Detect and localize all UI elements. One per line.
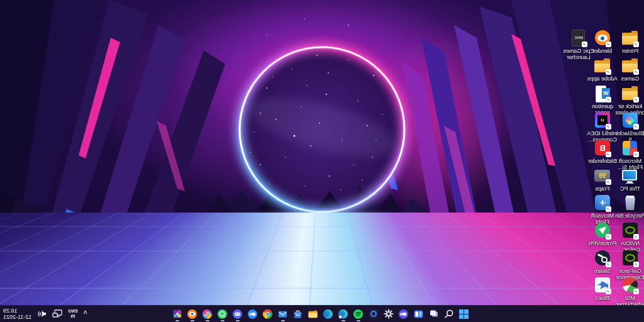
tray-expand-chevron[interactable]: ^ [84, 311, 87, 317]
running-indicator [191, 320, 194, 321]
chat-button[interactable] [398, 306, 409, 321]
desktop-icon-label: ProtonVPN [587, 240, 618, 247]
microsoft-store-button[interactable] [292, 306, 304, 321]
chrome-button[interactable] [262, 306, 274, 321]
start-button[interactable] [458, 306, 470, 321]
desktop-icon-msi-afterburner[interactable]: ↗ MSI Afterburner [616, 276, 644, 308]
desktop-surface[interactable]: ↗ Printer ↗ Games ↗ kartick sir online c… [0, 0, 644, 306]
desktop-icon-printer[interactable]: ↗ Printer [616, 29, 644, 54]
desktop-icon-adobe-apps[interactable]: ↗ Adobe apps [589, 57, 616, 82]
clock-time: 16:29 [3, 308, 18, 314]
spotify-icon [353, 309, 364, 319]
desktop-icon-nvidia-geforce[interactable]: ↗ NVIDIA GeFor... [616, 221, 644, 253]
mail-button[interactable] [277, 306, 289, 321]
blender-icon [187, 309, 198, 319]
desktop-icon-label: BlueJ [587, 295, 618, 301]
blue-ring-app-icon [369, 309, 379, 319]
gear-icon [384, 309, 394, 319]
desktop-icon-flight-simulator[interactable]: ✈ ↗ Microsoft Flight Simu... [589, 194, 616, 225]
task-view-button[interactable] [428, 306, 440, 321]
shortcut-arrow-overlay: ↗ [582, 42, 587, 47]
whatsapp-icon [218, 309, 228, 319]
file-explorer-button[interactable] [308, 306, 319, 321]
desktop-icon-label: Printer [614, 48, 644, 54]
discord-icon [233, 309, 243, 319]
shortcut-arrow-overlay: ↗ [633, 289, 639, 294]
shortcut-arrow-overlay: ↗ [633, 262, 639, 267]
shortcut-arrow-overlay: ↗ [633, 69, 639, 75]
task-view-icon [429, 309, 439, 319]
shortcut-arrow-overlay: ↗ [633, 97, 639, 103]
desktop-icon-label: Fraps [587, 186, 618, 192]
desktop-icon-recycle-bin[interactable]: Recycle Bin [616, 194, 644, 219]
system-tray: ^ ENG IN 16:29 12-11-2021 [3, 306, 87, 322]
desktop-icon-steam[interactable]: ↗ Steam [589, 249, 616, 274]
widgets-button[interactable] [413, 306, 425, 321]
desktop-icon-fraps[interactable]: 99 ↗ Fraps [589, 167, 616, 192]
screen: ↗ Printer ↗ Games ↗ kartick sir online c… [0, 0, 644, 322]
edge-beta-button[interactable] [338, 306, 349, 321]
blender-button[interactable] [187, 306, 198, 321]
shortcut-arrow-overlay: ↗ [606, 179, 611, 185]
recycle-bin-icon [625, 196, 636, 210]
desktop-icon-intellij-idea[interactable]: IJ ↗ IntelliJ IDEA Communi... [589, 111, 616, 143]
taskbar-clock[interactable]: 16:29 12-11-2021 [3, 308, 31, 320]
volume-icon[interactable] [37, 309, 47, 318]
edge-browser-icon [323, 309, 334, 319]
running-indicator [341, 320, 345, 321]
shortcut-arrow-overlay: ↗ [606, 234, 611, 240]
desktop-icon-label: Games [614, 75, 644, 82]
desktop-icon-label: Adobe apps [587, 75, 618, 82]
desktop-icon-flight-sim[interactable]: ↗ Microsoft Flight Si... [616, 139, 644, 170]
zoom-camera-icon [248, 309, 258, 319]
running-indicator [357, 320, 360, 321]
edge-browser-badge-icon [338, 309, 349, 319]
whatsapp-button[interactable] [217, 306, 228, 321]
network-icon[interactable] [52, 309, 62, 318]
search-icon [444, 309, 454, 319]
language-indicator[interactable]: ENG IN [68, 309, 77, 319]
search-button[interactable] [443, 306, 455, 321]
shortcut-arrow-overlay: ↗ [633, 42, 639, 47]
desktop-icon-games[interactable]: ↗ Games [616, 57, 644, 82]
desktop-icon-label: This PC [614, 186, 644, 192]
windows-logo-icon [460, 309, 469, 319]
desktop-icon-label: Bitdefender [587, 158, 618, 164]
running-indicator [206, 320, 209, 321]
shortcut-arrow-overlay: ↗ [606, 289, 611, 294]
edge-button[interactable] [323, 306, 334, 321]
taskbar-pinned-apps [172, 306, 470, 322]
zoom-button[interactable] [247, 306, 258, 321]
desktop-icon-protonvpn[interactable]: ↗ ProtonVPN [589, 221, 616, 247]
chat-camera-icon [399, 309, 409, 319]
desktop-icon-bluestacks[interactable]: ↗ BlueStacks 5 [616, 111, 644, 143]
shortcut-arrow-overlay: ↗ [606, 152, 611, 157]
this-pc-icon [623, 168, 638, 183]
spotify-button[interactable] [353, 306, 364, 321]
desktop-icon-epic-games-launcher[interactable]: EPIC ↗ Epic Games Launcher [565, 29, 592, 60]
ring-app-button[interactable] [368, 306, 379, 321]
mail-envelope-icon [278, 309, 289, 319]
fraps-button[interactable] [172, 306, 183, 321]
running-indicator [281, 320, 285, 321]
desktop-icon-this-pc[interactable]: This PC [616, 167, 644, 192]
shortcut-arrow-overlay: ↗ [633, 152, 639, 157]
discord-button[interactable] [232, 306, 243, 321]
chrome-icon [263, 309, 274, 319]
shortcut-arrow-overlay: ↗ [606, 206, 611, 212]
desktop-icon-bitdefender[interactable]: B ↗ Bitdefender [589, 139, 616, 164]
shortcut-arrow-overlay: ↗ [606, 124, 611, 130]
shortcut-arrow-overlay: ↗ [633, 124, 639, 130]
settings-button[interactable] [383, 306, 394, 321]
store-bag-icon [293, 309, 304, 319]
desktop-icon-label: Epic Games Launcher [563, 48, 594, 60]
utility-gears-button[interactable] [202, 306, 213, 321]
language-line1: ENG [68, 309, 77, 314]
running-indicator [236, 320, 240, 321]
shortcut-arrow-overlay: ↗ [606, 69, 611, 75]
shortcut-arrow-overlay: ↗ [606, 262, 611, 267]
language-line2: IN [70, 314, 75, 319]
colorful-gears-icon [203, 309, 213, 319]
desktop-icon-bluej[interactable]: ↗ BlueJ [589, 276, 616, 301]
shortcut-arrow-overlay: ↗ [633, 234, 639, 240]
